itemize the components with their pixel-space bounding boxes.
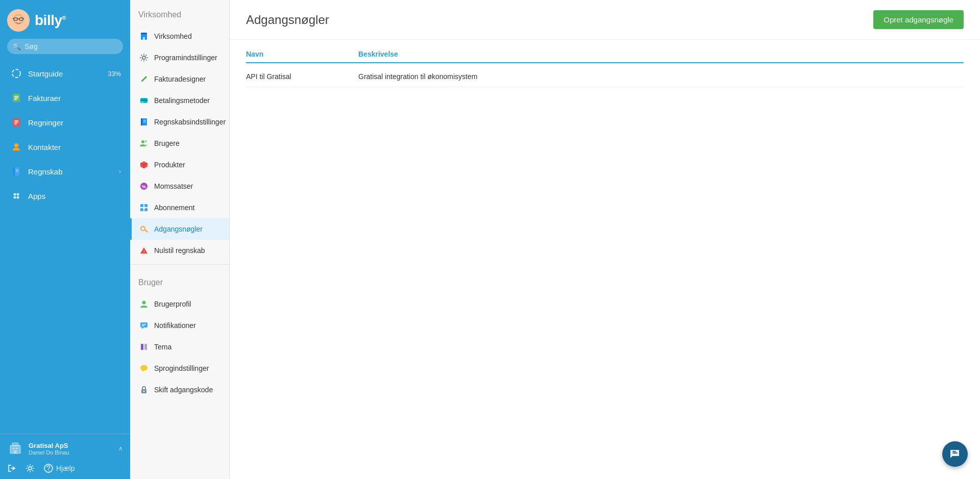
palette-icon — [139, 342, 149, 352]
logout-icon — [7, 464, 16, 473]
cell-navn: API til Gratisal — [246, 72, 358, 81]
pencil-icon — [139, 74, 149, 84]
main-content: Adgangsnøgler Opret adgangsnøgle Navn Be… — [230, 0, 980, 479]
sub-nav-virksomhed[interactable]: Virksomhed — [130, 26, 229, 47]
sidebar: billy® 🔍 Startguide 33% — [0, 0, 130, 479]
sidebar-item-regninger[interactable]: Regninger — [0, 110, 130, 135]
svg-rect-27 — [12, 443, 18, 446]
sub-nav-nulstil-regnskab[interactable]: ! Nulstil regnskab — [130, 240, 229, 261]
sidebar-item-startguide[interactable]: Startguide 33% — [0, 61, 130, 86]
svg-point-24 — [14, 196, 16, 199]
logout-button[interactable] — [7, 464, 16, 473]
svg-point-25 — [17, 196, 19, 199]
chat-button[interactable] — [942, 441, 968, 467]
table-body: API til Gratisal Gratisal integration ti… — [246, 66, 964, 87]
search-icon: 🔍 — [12, 42, 21, 51]
sub-nav-panel: Virksomhed Virksomhed Programindstilling… — [130, 0, 230, 479]
svg-rect-37 — [143, 37, 145, 40]
sub-nav-fakturadesigner[interactable]: Fakturadesigner — [130, 68, 229, 90]
sub-nav-label: Fakturadesigner — [154, 75, 206, 83]
search-input[interactable] — [7, 39, 123, 54]
avatar — [7, 9, 30, 32]
bill-icon — [11, 117, 22, 128]
sub-nav-label: Programindstillinger — [154, 54, 217, 62]
svg-rect-67 — [141, 344, 143, 350]
sidebar-item-apps[interactable]: Apps — [0, 184, 130, 208]
sub-nav-brugerprofil[interactable]: Brugerprofil — [130, 293, 229, 315]
settings-button[interactable] — [26, 464, 35, 473]
main-header: Adgangsnøgler Opret adgangsnøgle — [230, 0, 980, 40]
col-beskrivelse[interactable]: Beskrivelse — [358, 50, 964, 58]
svg-rect-52 — [140, 204, 143, 207]
sub-nav-momssatser[interactable]: % Momssatser — [130, 175, 229, 197]
logo-text: billy® — [35, 12, 66, 29]
percent-icon: % — [139, 181, 149, 191]
sub-nav-produkter[interactable]: Produkter — [130, 154, 229, 175]
svg-point-47 — [145, 140, 147, 142]
help-button[interactable]: Hjælp — [44, 464, 75, 473]
svg-line-6 — [13, 18, 14, 19]
book-icon — [11, 166, 22, 177]
gear-icon — [26, 464, 35, 473]
company-info: Gratisal ApS Daniel Do Binau — [29, 442, 113, 456]
table-row[interactable]: API til Gratisal Gratisal integration ti… — [246, 66, 964, 87]
svg-rect-19 — [13, 167, 15, 175]
sub-nav-sprogindstillinger[interactable]: Sprogindstillinger — [130, 358, 229, 379]
card-icon — [139, 95, 149, 106]
svg-rect-41 — [141, 102, 143, 103]
svg-point-62 — [142, 301, 146, 305]
invoice-icon — [11, 92, 22, 104]
svg-line-59 — [146, 231, 147, 232]
virksomhed-section-title: Virksomhed — [130, 0, 229, 26]
svg-point-2 — [14, 15, 22, 23]
chevron-right-icon: › — [119, 168, 121, 175]
gear-icon — [139, 53, 149, 63]
building-icon — [139, 31, 149, 41]
lock-icon — [139, 385, 149, 395]
sub-nav-brugere[interactable]: Brugere — [130, 133, 229, 154]
sub-nav-skift-adgangskode[interactable]: Skift adgangskode — [130, 379, 229, 400]
create-key-button[interactable]: Opret adgangsnøgle — [873, 10, 964, 29]
svg-rect-40 — [140, 99, 148, 101]
sub-nav-regnskabsindstillinger[interactable]: Regnskabsindstillinger — [130, 111, 229, 133]
sub-nav-programindstillinger[interactable]: Programindstillinger — [130, 47, 229, 68]
sidebar-item-kontakter[interactable]: Kontakter — [0, 135, 130, 159]
sub-nav-label: Brugerprofil — [154, 300, 191, 308]
sidebar-item-fakturaer[interactable]: Fakturaer — [0, 86, 130, 110]
svg-rect-53 — [144, 204, 148, 207]
puzzle-icon — [139, 203, 149, 213]
sub-nav-betalingsmetoder[interactable]: Betalingsmetoder — [130, 90, 229, 111]
svg-point-56 — [143, 207, 145, 209]
sidebar-item-label: Kontakter — [28, 143, 61, 152]
svg-text:!: ! — [143, 249, 145, 254]
sub-nav-label: Notifikationer — [154, 321, 196, 330]
svg-point-8 — [12, 69, 20, 78]
col-navn[interactable]: Navn — [246, 50, 358, 58]
sub-nav-label: Produkter — [154, 161, 185, 169]
person-icon — [11, 141, 22, 153]
svg-rect-63 — [140, 322, 148, 327]
sub-nav-tema[interactable]: Tema — [130, 336, 229, 358]
svg-point-23 — [17, 193, 19, 196]
sub-nav-adgangsnogler[interactable]: Adgangsnøgler — [130, 218, 229, 240]
chat-bubble-icon — [949, 448, 961, 460]
sidebar-item-regnskab[interactable]: Regnskab › — [0, 159, 130, 184]
cell-beskrivelse: Gratisal integration til økonomisystem — [358, 72, 964, 81]
svg-point-38 — [142, 56, 145, 59]
sub-nav-label: Betalingsmetoder — [154, 96, 210, 105]
sub-nav-label: Momssatser — [154, 182, 193, 190]
company-icon — [7, 440, 23, 457]
sub-nav-label: Nulstil regnskab — [154, 246, 205, 255]
startguide-badge: 33% — [108, 70, 121, 78]
svg-line-7 — [23, 18, 24, 19]
sub-nav-label: Abonnement — [154, 204, 194, 212]
company-selector[interactable]: Gratisal ApS Daniel Do Binau ∧ — [7, 440, 123, 457]
triangle-icon: ! — [139, 245, 149, 256]
sub-nav-abonnement[interactable]: Abonnement — [130, 197, 229, 218]
sub-nav-notifikationer[interactable]: Notifikationer — [130, 315, 229, 336]
sidebar-item-label: Regnskab — [28, 167, 63, 176]
table-area: Navn Beskrivelse API til Gratisal Gratis… — [230, 40, 980, 479]
sub-nav-label: Adgangsnøgler — [154, 225, 203, 233]
svg-point-46 — [141, 140, 144, 143]
bruger-section-title: Bruger — [130, 268, 229, 293]
